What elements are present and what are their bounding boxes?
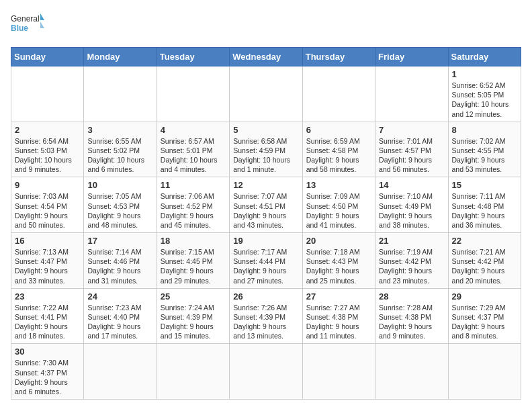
calendar-week-row: 9Sunrise: 7:03 AM Sunset: 4:54 PM Daylig… bbox=[11, 177, 521, 233]
day-number: 20 bbox=[306, 236, 371, 246]
day-info: Sunrise: 7:09 AM Sunset: 4:50 PM Dayligh… bbox=[306, 191, 371, 230]
day-info: Sunrise: 6:58 AM Sunset: 4:59 PM Dayligh… bbox=[233, 136, 298, 175]
day-of-week-header: Thursday bbox=[302, 48, 375, 66]
day-info: Sunrise: 7:28 AM Sunset: 4:38 PM Dayligh… bbox=[379, 303, 444, 341]
calendar-cell bbox=[302, 344, 375, 400]
day-info: Sunrise: 7:19 AM Sunset: 4:42 PM Dayligh… bbox=[379, 247, 444, 285]
day-number: 4 bbox=[161, 125, 226, 135]
day-number: 18 bbox=[161, 236, 226, 246]
day-number: 21 bbox=[379, 236, 444, 246]
calendar-cell: 1Sunrise: 6:52 AM Sunset: 5:05 PM Daylig… bbox=[448, 66, 521, 122]
calendar-cell: 3Sunrise: 6:55 AM Sunset: 5:02 PM Daylig… bbox=[84, 122, 157, 177]
day-number: 10 bbox=[87, 180, 152, 190]
calendar-cell: 26Sunrise: 7:26 AM Sunset: 4:39 PM Dayli… bbox=[230, 288, 302, 344]
day-info: Sunrise: 7:01 AM Sunset: 4:57 PM Dayligh… bbox=[379, 136, 444, 175]
day-info: Sunrise: 7:26 AM Sunset: 4:39 PM Dayligh… bbox=[233, 303, 298, 341]
day-number: 30 bbox=[15, 347, 80, 357]
day-number: 6 bbox=[306, 125, 371, 135]
day-info: Sunrise: 7:23 AM Sunset: 4:40 PM Dayligh… bbox=[87, 303, 152, 341]
calendar-week-row: 23Sunrise: 7:22 AM Sunset: 4:41 PM Dayli… bbox=[11, 288, 521, 344]
calendar-cell: 27Sunrise: 7:27 AM Sunset: 4:38 PM Dayli… bbox=[302, 288, 375, 344]
day-info: Sunrise: 6:52 AM Sunset: 5:05 PM Dayligh… bbox=[452, 81, 517, 119]
day-number: 8 bbox=[452, 125, 517, 135]
day-info: Sunrise: 7:24 AM Sunset: 4:39 PM Dayligh… bbox=[161, 303, 226, 341]
day-info: Sunrise: 7:22 AM Sunset: 4:41 PM Dayligh… bbox=[15, 303, 80, 341]
calendar-cell: 13Sunrise: 7:09 AM Sunset: 4:50 PM Dayli… bbox=[302, 177, 375, 233]
day-info: Sunrise: 6:55 AM Sunset: 5:02 PM Dayligh… bbox=[87, 136, 152, 175]
day-info: Sunrise: 7:06 AM Sunset: 4:52 PM Dayligh… bbox=[161, 191, 226, 230]
day-of-week-header: Friday bbox=[375, 48, 448, 66]
calendar-cell: 20Sunrise: 7:18 AM Sunset: 4:43 PM Dayli… bbox=[302, 233, 375, 289]
calendar-cell: 14Sunrise: 7:10 AM Sunset: 4:49 PM Dayli… bbox=[375, 177, 448, 233]
calendar-cell bbox=[157, 344, 229, 400]
day-number: 15 bbox=[452, 180, 517, 190]
calendar-cell bbox=[157, 66, 229, 122]
calendar-cell: 10Sunrise: 7:05 AM Sunset: 4:53 PM Dayli… bbox=[84, 177, 157, 233]
calendar-week-row: 1Sunrise: 6:52 AM Sunset: 5:05 PM Daylig… bbox=[11, 66, 521, 122]
calendar-cell: 11Sunrise: 7:06 AM Sunset: 4:52 PM Dayli… bbox=[157, 177, 229, 233]
day-number: 13 bbox=[306, 180, 371, 190]
day-number: 29 bbox=[452, 291, 517, 302]
day-info: Sunrise: 7:02 AM Sunset: 4:55 PM Dayligh… bbox=[452, 136, 517, 175]
logo-svg: General Blue bbox=[11, 11, 44, 39]
calendar-cell bbox=[84, 344, 157, 400]
day-number: 28 bbox=[379, 291, 444, 302]
day-of-week-header: Saturday bbox=[448, 48, 521, 66]
calendar-cell: 6Sunrise: 6:59 AM Sunset: 4:58 PM Daylig… bbox=[302, 122, 375, 177]
day-info: Sunrise: 7:07 AM Sunset: 4:51 PM Dayligh… bbox=[233, 191, 298, 230]
day-number: 2 bbox=[15, 125, 80, 135]
day-info: Sunrise: 7:29 AM Sunset: 4:37 PM Dayligh… bbox=[452, 303, 517, 341]
day-info: Sunrise: 7:27 AM Sunset: 4:38 PM Dayligh… bbox=[306, 303, 371, 341]
calendar-cell: 7Sunrise: 7:01 AM Sunset: 4:57 PM Daylig… bbox=[375, 122, 448, 177]
day-number: 22 bbox=[452, 236, 517, 246]
day-number: 5 bbox=[233, 125, 298, 135]
day-of-week-header: Tuesday bbox=[157, 48, 229, 66]
calendar-cell: 9Sunrise: 7:03 AM Sunset: 4:54 PM Daylig… bbox=[11, 177, 84, 233]
calendar-cell: 5Sunrise: 6:58 AM Sunset: 4:59 PM Daylig… bbox=[230, 122, 302, 177]
day-info: Sunrise: 7:03 AM Sunset: 4:54 PM Dayligh… bbox=[15, 191, 80, 230]
day-of-week-header: Wednesday bbox=[230, 48, 302, 66]
day-number: 1 bbox=[452, 69, 517, 79]
day-info: Sunrise: 7:15 AM Sunset: 4:45 PM Dayligh… bbox=[161, 247, 226, 285]
calendar-cell: 29Sunrise: 7:29 AM Sunset: 4:37 PM Dayli… bbox=[448, 288, 521, 344]
calendar-cell bbox=[375, 344, 448, 400]
day-number: 27 bbox=[306, 291, 371, 302]
day-number: 26 bbox=[233, 291, 298, 302]
calendar-cell bbox=[230, 344, 302, 400]
calendar-week-row: 16Sunrise: 7:13 AM Sunset: 4:47 PM Dayli… bbox=[11, 233, 521, 289]
svg-text:General: General bbox=[11, 14, 40, 24]
calendar-cell: 17Sunrise: 7:14 AM Sunset: 4:46 PM Dayli… bbox=[84, 233, 157, 289]
day-number: 23 bbox=[15, 291, 80, 302]
day-number: 7 bbox=[379, 125, 444, 135]
day-number: 16 bbox=[15, 236, 80, 246]
day-number: 3 bbox=[87, 125, 152, 135]
day-number: 24 bbox=[87, 291, 152, 302]
day-info: Sunrise: 7:14 AM Sunset: 4:46 PM Dayligh… bbox=[87, 247, 152, 285]
logo: General Blue bbox=[11, 11, 44, 39]
calendar-cell: 4Sunrise: 6:57 AM Sunset: 5:01 PM Daylig… bbox=[157, 122, 229, 177]
calendar-week-row: 2Sunrise: 6:54 AM Sunset: 5:03 PM Daylig… bbox=[11, 122, 521, 177]
day-info: Sunrise: 7:30 AM Sunset: 4:37 PM Dayligh… bbox=[15, 358, 80, 396]
calendar-cell bbox=[448, 344, 521, 400]
day-info: Sunrise: 7:21 AM Sunset: 4:42 PM Dayligh… bbox=[452, 247, 517, 285]
calendar-cell: 19Sunrise: 7:17 AM Sunset: 4:44 PM Dayli… bbox=[230, 233, 302, 289]
calendar-cell: 18Sunrise: 7:15 AM Sunset: 4:45 PM Dayli… bbox=[157, 233, 229, 289]
calendar-cell: 23Sunrise: 7:22 AM Sunset: 4:41 PM Dayli… bbox=[11, 288, 84, 344]
calendar-cell: 12Sunrise: 7:07 AM Sunset: 4:51 PM Dayli… bbox=[230, 177, 302, 233]
day-number: 9 bbox=[15, 180, 80, 190]
day-info: Sunrise: 7:17 AM Sunset: 4:44 PM Dayligh… bbox=[233, 247, 298, 285]
svg-text:Blue: Blue bbox=[11, 24, 28, 33]
day-info: Sunrise: 6:59 AM Sunset: 4:58 PM Dayligh… bbox=[306, 136, 371, 175]
calendar-cell: 15Sunrise: 7:11 AM Sunset: 4:48 PM Dayli… bbox=[448, 177, 521, 233]
svg-marker-2 bbox=[40, 13, 44, 20]
calendar-cell: 21Sunrise: 7:19 AM Sunset: 4:42 PM Dayli… bbox=[375, 233, 448, 289]
day-info: Sunrise: 6:57 AM Sunset: 5:01 PM Dayligh… bbox=[161, 136, 226, 175]
calendar-cell: 30Sunrise: 7:30 AM Sunset: 4:37 PM Dayli… bbox=[11, 344, 84, 400]
day-info: Sunrise: 7:13 AM Sunset: 4:47 PM Dayligh… bbox=[15, 247, 80, 285]
day-number: 11 bbox=[161, 180, 226, 190]
calendar-cell: 28Sunrise: 7:28 AM Sunset: 4:38 PM Dayli… bbox=[375, 288, 448, 344]
calendar-cell bbox=[302, 66, 375, 122]
day-info: Sunrise: 7:11 AM Sunset: 4:48 PM Dayligh… bbox=[452, 191, 517, 230]
calendar-cell: 24Sunrise: 7:23 AM Sunset: 4:40 PM Dayli… bbox=[84, 288, 157, 344]
day-number: 19 bbox=[233, 236, 298, 246]
